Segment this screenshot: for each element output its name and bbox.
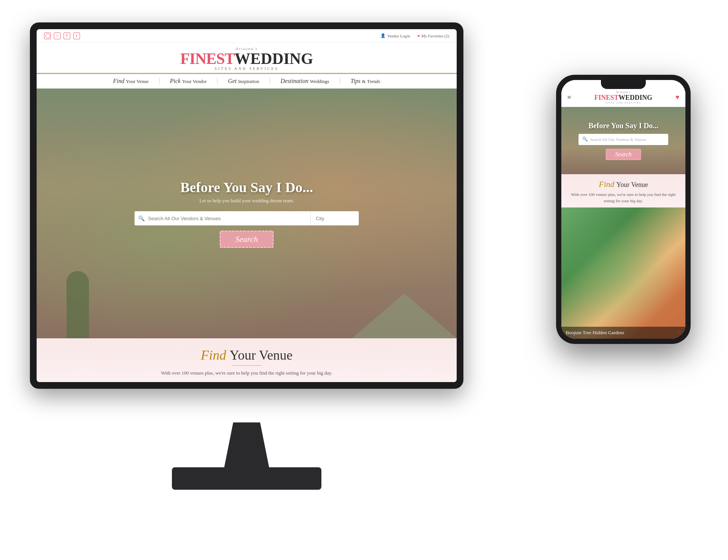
logo-main: FINESTWEDDING — [37, 51, 457, 67]
phone-hero-title: Before You Say I Do... — [588, 121, 658, 130]
phone-venue-label: Boojum Tree Hidden Gardens ♡ — [561, 327, 685, 339]
desktop-website: ◯ ○ f t 👤 Vendor Login ♥ — [37, 29, 457, 382]
nav-regular-find: Your Venue — [126, 79, 149, 84]
phone-logo-finest: FINEST — [594, 94, 619, 101]
find-venue-description: With over 100 venues plus, we're sure to… — [135, 370, 359, 376]
facebook-icon[interactable]: f — [64, 33, 70, 39]
phone-logo-arizona: Arizona's — [594, 90, 652, 94]
phone-screen: ≡ Arizona's FINESTWEDDING SITES AND SERV… — [561, 80, 685, 339]
hero-subtitle: Let us help you build your wedding dream… — [199, 198, 294, 204]
instagram-icon[interactable]: ◯ — [44, 33, 51, 39]
search-icon: 🔍 — [138, 215, 145, 222]
nav-item-tips[interactable]: Tips & Trends — [340, 78, 391, 84]
monitor-screen: ◯ ○ f t 👤 Vendor Login ♥ — [37, 29, 457, 382]
person-icon: 👤 — [380, 33, 386, 38]
phone-find-script: Find — [599, 179, 616, 189]
phone-logo-tagline: SITES AND SERVICES — [594, 102, 652, 104]
phone-search-bar: 🔍 Search All Our Vendors & Venues — [579, 134, 668, 145]
main-nav: Find Your Venue Pick Your Vendor Get Ins… — [37, 74, 457, 89]
phone-find-venue-description: With over 100 venues plus, we're sure to… — [567, 191, 679, 204]
phone-search-button[interactable]: Search — [606, 149, 641, 160]
monitor: ◯ ○ f t 👤 Vendor Login ♥ — [30, 22, 463, 527]
phone-notch — [601, 80, 646, 89]
phone-frame: ≡ Arizona's FINESTWEDDING SITES AND SERV… — [556, 75, 691, 344]
my-favorites-label: My Favorites (2) — [421, 34, 449, 38]
hero-title: Before You Say I Do... — [180, 179, 313, 196]
nav-item-find-venue[interactable]: Find Your Venue — [103, 78, 160, 84]
phone: ≡ Arizona's FINESTWEDDING SITES AND SERV… — [556, 75, 691, 344]
phone-venue-name: Boojum Tree Hidden Gardens — [566, 330, 624, 336]
my-favorites-button[interactable]: ♥ My Favorites (2) — [417, 34, 449, 38]
monitor-stand-base — [172, 467, 321, 490]
phone-venue-favorite-icon[interactable]: ♡ — [676, 330, 681, 336]
logo-tagline: SITES AND SERVICES — [37, 67, 457, 71]
find-venue-divider — [232, 365, 262, 366]
city-input[interactable] — [310, 211, 359, 225]
nav-script-tips: Tips — [351, 78, 361, 84]
twitter-icon[interactable]: t — [73, 33, 80, 39]
phone-find-venue-title: Find Your Venue — [567, 179, 679, 189]
search-input[interactable] — [135, 211, 310, 225]
nav-item-get-inspiration[interactable]: Get Inspiration — [218, 78, 270, 84]
pinterest-icon[interactable]: ○ — [54, 33, 61, 39]
nav-item-pick-vendor[interactable]: Pick Your Vendor — [160, 78, 218, 84]
find-venue-title: Find Your Venue — [44, 347, 449, 363]
search-bar: 🔍 — [135, 211, 359, 225]
nav-regular-tips: & Trends — [362, 79, 380, 84]
site-header: Arizona's FINESTWEDDING SITES AND SERVIC… — [37, 43, 457, 74]
nav-regular-destination: Weddings — [310, 79, 329, 84]
find-venue-script: Find — [201, 348, 229, 363]
nav-script-pick: Pick — [170, 78, 181, 84]
nav-script-find: Find — [113, 78, 124, 84]
find-venue-section: Find Your Venue With over 100 venues plu… — [37, 338, 457, 382]
social-icons: ◯ ○ f t — [44, 33, 80, 39]
nav-regular-get: Inspiration — [238, 79, 259, 84]
monitor-stand-neck — [224, 422, 269, 467]
heart-icon: ♥ — [417, 34, 420, 38]
nav-regular-pick: Your Vendor — [182, 79, 207, 84]
phone-logo-area: Arizona's FINESTWEDDING SITES AND SERVIC… — [594, 90, 652, 104]
scene: ◯ ○ f t 👤 Vendor Login ♥ — [0, 0, 728, 560]
phone-find-regular: Your Venue — [616, 181, 648, 188]
phone-search-icon: 🔍 — [582, 136, 588, 142]
phone-website: ≡ Arizona's FINESTWEDDING SITES AND SERV… — [561, 80, 685, 339]
hero-section: Before You Say I Do... Let us help you b… — [37, 89, 457, 338]
find-venue-regular: Your Venue — [229, 348, 293, 363]
phone-logo-wedding: WEDDING — [619, 94, 652, 101]
nav-script-get: Get — [228, 78, 237, 84]
logo-finest: FINEST — [180, 50, 235, 67]
phone-venue-overlay — [561, 207, 685, 339]
logo-wedding: WEDDING — [235, 50, 313, 67]
top-bar-right: 👤 Vendor Login ♥ My Favorites (2) — [380, 33, 449, 38]
vendor-login-button[interactable]: 👤 Vendor Login — [380, 33, 410, 38]
nav-item-destination[interactable]: Destination Weddings — [270, 78, 340, 84]
phone-favorites-icon[interactable]: ♥ — [675, 93, 679, 101]
phone-search-placeholder: Search All Our Vendors & Venues — [590, 137, 646, 142]
cactus-decoration — [67, 271, 89, 338]
nav-script-destination: Destination — [281, 78, 309, 84]
phone-logo-main: FINESTWEDDING — [594, 94, 652, 102]
phone-hero-section: Before You Say I Do... 🔍 Search All Our … — [561, 107, 685, 174]
phone-venue-image: Boojum Tree Hidden Gardens ♡ — [561, 207, 685, 339]
phone-find-venue-section: Find Your Venue With over 100 venues plu… — [561, 174, 685, 207]
monitor-frame: ◯ ○ f t 👤 Vendor Login ♥ — [30, 22, 463, 389]
search-button[interactable]: Search — [220, 231, 274, 248]
phone-menu-icon[interactable]: ≡ — [567, 93, 571, 101]
vendor-login-label: Vendor Login — [387, 34, 410, 38]
top-bar: ◯ ○ f t 👤 Vendor Login ♥ — [37, 29, 457, 43]
